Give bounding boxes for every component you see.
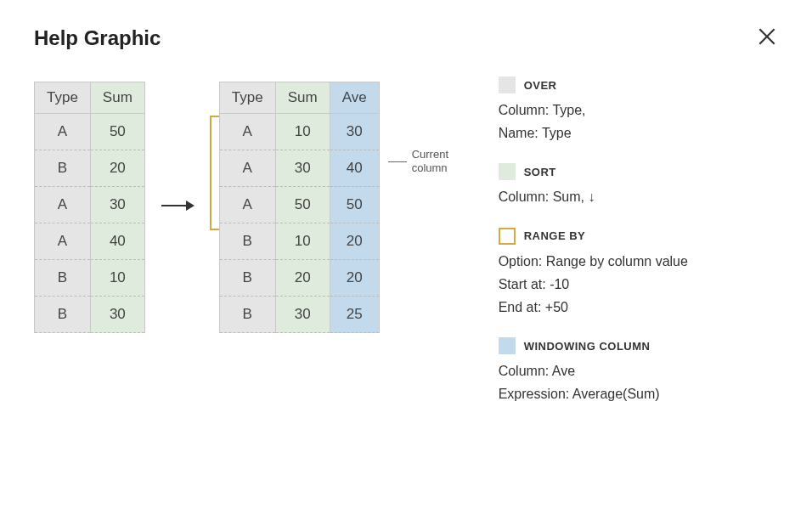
swatch-over-icon: [499, 76, 516, 93]
legend-line: Column: Sum, ↓: [499, 185, 753, 208]
legend: OVER Column: Type, Name: Type SORT Colum…: [499, 76, 753, 425]
diagram-area: Type Sum A50 B20 A30 A40 B10 B30 Type: [34, 76, 465, 333]
legend-sort-title: SORT: [524, 166, 556, 178]
col-header-type: Type: [35, 82, 91, 114]
swatch-range-icon: [499, 228, 516, 245]
annotation-line-icon: [388, 161, 407, 162]
legend-over: OVER Column: Type, Name: Type: [499, 76, 753, 144]
source-table: Type Sum A50 B20 A30 A40 B10 B30: [34, 82, 145, 333]
legend-line: Option: Range by column value: [499, 250, 753, 273]
table-row: B20: [35, 150, 145, 187]
dialog-header: Help Graphic: [34, 25, 778, 51]
table-row: A50: [35, 114, 145, 150]
table-row: A5050: [219, 187, 379, 223]
swatch-window-icon: [499, 337, 516, 354]
legend-sort: SORT Column: Sum, ↓: [499, 163, 753, 208]
legend-range-title: RANGE BY: [524, 229, 586, 242]
table-row: A30: [35, 187, 145, 223]
col-header-type: Type: [219, 82, 275, 114]
close-icon[interactable]: [756, 25, 778, 51]
legend-range: RANGE BY Option: Range by column value S…: [499, 228, 753, 319]
table-row: A40: [35, 223, 145, 260]
svg-marker-1: [186, 201, 195, 211]
result-table: Type Sum Ave A1030 A3040 A5050 B1020 B20…: [219, 82, 380, 333]
legend-line: Column: Ave: [499, 359, 753, 382]
legend-line: Column: Type,: [499, 99, 753, 122]
table-row: B30: [35, 297, 145, 333]
swatch-sort-icon: [499, 163, 516, 180]
table-row: B1020: [219, 223, 379, 260]
legend-window-title: WINDOWING COLUMN: [524, 340, 651, 353]
table-row: B2020: [219, 260, 379, 297]
col-header-sum: Sum: [90, 82, 144, 114]
table-row: A3040: [219, 150, 379, 187]
legend-line: Expression: Average(Sum): [499, 382, 753, 405]
table-row: A1030: [219, 114, 379, 150]
table-row: B3025: [219, 297, 379, 333]
current-column-annotation: Current column: [388, 148, 465, 176]
legend-line: Start at: -10: [499, 273, 753, 296]
legend-over-title: OVER: [524, 79, 557, 92]
arrow-icon: [161, 200, 195, 215]
legend-window: WINDOWING COLUMN Column: Ave Expression:…: [499, 337, 753, 405]
col-header-sum: Sum: [275, 82, 330, 114]
dialog-title: Help Graphic: [34, 26, 161, 50]
table-row: B10: [35, 260, 145, 297]
legend-line: End at: +50: [499, 296, 753, 319]
legend-line: Name: Type: [499, 122, 753, 144]
col-header-ave: Ave: [330, 82, 379, 114]
